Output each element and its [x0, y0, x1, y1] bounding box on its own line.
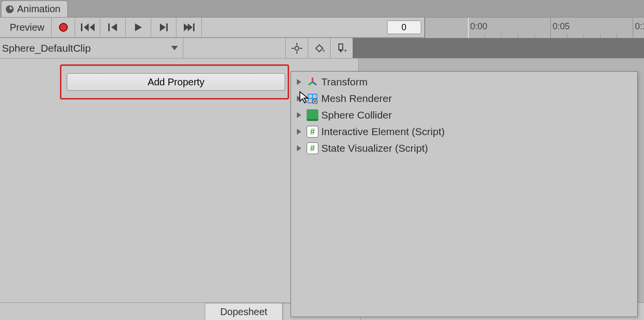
script-icon: #: [307, 126, 318, 138]
play-button[interactable]: [126, 18, 151, 38]
dopesheet-label: Dopesheet: [220, 306, 268, 318]
svg-text:+: +: [344, 47, 347, 54]
clip-dropdown[interactable]: Sphere_DefaultClip: [0, 38, 183, 58]
playhead[interactable]: [468, 18, 468, 38]
tick-label: 0:10: [635, 21, 644, 31]
ruler-minor-tick: [534, 33, 535, 38]
clip-name: Sphere_DefaultClip: [2, 42, 91, 54]
svg-marker-7: [111, 23, 117, 31]
svg-rect-6: [108, 23, 110, 31]
dopesheet-tab[interactable]: Dopesheet: [205, 303, 283, 320]
svg-point-31: [314, 100, 316, 102]
svg-marker-8: [135, 23, 142, 31]
toolbar: Preview 0:00 0:05 0:10: [0, 18, 644, 38]
skip-back-arrow-icon: [89, 23, 95, 32]
popup-item-label: Interactive Element (Script): [321, 126, 445, 138]
svg-rect-1: [81, 23, 82, 31]
ruler-minor-tick: [518, 33, 518, 38]
add-event-button[interactable]: +: [331, 38, 353, 58]
frame-field-container: [202, 18, 425, 38]
bottom-spacer: [0, 303, 205, 320]
ruler-minor-tick: [567, 33, 567, 38]
marker-plus-icon: +: [336, 43, 347, 54]
ruler-minor-tick: [485, 33, 485, 38]
popup-item-transform[interactable]: Transform: [291, 74, 637, 90]
popup-item-label: State Visualizer (Script): [321, 142, 428, 154]
filter-selection-button[interactable]: [286, 38, 308, 58]
chevron-down-icon: [171, 46, 178, 50]
step-forward-icon: [159, 23, 169, 32]
svg-rect-10: [166, 23, 168, 31]
expand-icon: [297, 79, 304, 85]
svg-marker-22: [339, 50, 343, 53]
svg-marker-12: [188, 23, 193, 31]
popup-item-mesh-renderer[interactable]: Mesh Renderer: [291, 90, 637, 107]
step-back-icon: [108, 23, 118, 32]
frame-input[interactable]: [387, 20, 421, 34]
transform-icon: [307, 76, 318, 88]
expand-icon: [297, 145, 304, 151]
skip-forward-icon: [188, 23, 195, 32]
preview-label: Preview: [10, 22, 44, 33]
properties-area: Add Property Transform Mesh Renderer Sph…: [0, 59, 644, 302]
last-frame-button[interactable]: [176, 18, 202, 38]
svg-text:+: +: [322, 47, 325, 54]
add-property-label: Add Property: [148, 77, 205, 88]
ruler-minor-tick: [600, 33, 601, 38]
add-property-button[interactable]: Add Property: [67, 73, 285, 91]
first-frame-button[interactable]: [75, 18, 100, 38]
record-button[interactable]: [52, 18, 75, 38]
ruler-minor-tick: [501, 33, 502, 38]
svg-line-25: [309, 82, 312, 85]
mesh-renderer-icon: [307, 93, 318, 104]
subbar-spacer: [183, 38, 286, 58]
expand-icon: [297, 129, 304, 135]
expand-icon: [297, 112, 304, 118]
subbar: Sphere_DefaultClip + +: [0, 38, 644, 59]
svg-rect-19: [315, 44, 322, 51]
svg-rect-21: [339, 44, 343, 50]
tab-title: Animation: [17, 3, 60, 15]
tick-label: 0:05: [553, 21, 570, 31]
clock-icon: [5, 5, 14, 14]
svg-marker-5: [90, 23, 95, 31]
popup-item-interactive-element[interactable]: # Interactive Element (Script): [291, 123, 637, 140]
target-icon: [292, 43, 302, 54]
svg-line-26: [312, 82, 316, 85]
tick-label: 0:00: [470, 21, 488, 31]
animation-tab[interactable]: Animation: [1, 0, 68, 17]
script-icon: #: [307, 142, 318, 154]
timeline-track-header: [353, 38, 644, 58]
sphere-collider-icon: [307, 109, 318, 121]
svg-marker-9: [160, 23, 166, 31]
record-icon: [59, 23, 68, 32]
expand-icon: [297, 96, 304, 101]
ruler-tick: 0:10: [633, 18, 644, 38]
next-frame-button[interactable]: [151, 18, 176, 38]
ruler-minor-tick: [617, 33, 617, 38]
ruler-minor-tick: [584, 33, 584, 38]
svg-rect-13: [193, 23, 195, 31]
play-icon: [134, 23, 143, 32]
popup-item-state-visualizer[interactable]: # State Visualizer (Script): [291, 140, 637, 157]
add-keyframe-button[interactable]: +: [308, 38, 331, 58]
popup-item-label: Mesh Renderer: [321, 93, 392, 104]
timeline-ruler[interactable]: 0:00 0:05 0:10: [425, 18, 644, 38]
diamond-plus-icon: +: [314, 43, 325, 54]
svg-point-14: [295, 46, 299, 50]
popup-item-label: Transform: [321, 76, 368, 88]
tab-bar: Animation: [0, 0, 644, 18]
prev-frame-button[interactable]: [100, 18, 126, 38]
property-picker-popup: Transform Mesh Renderer Sphere Collider …: [291, 71, 638, 317]
popup-item-label: Sphere Collider: [321, 109, 392, 121]
preview-button[interactable]: Preview: [0, 18, 52, 38]
popup-item-sphere-collider[interactable]: Sphere Collider: [291, 107, 637, 123]
